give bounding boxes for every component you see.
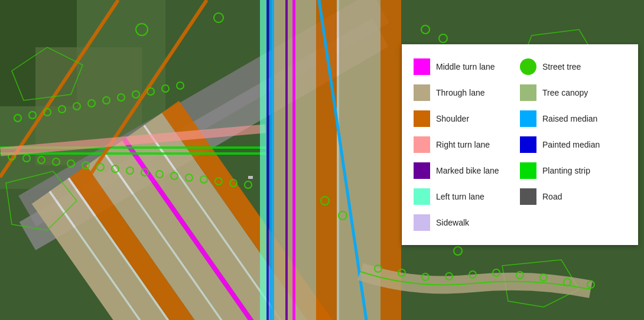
- legend-item-left-turn-lane: Left turn lane: [414, 184, 520, 210]
- legend-grid: Middle turn lane Street tree Through lan…: [414, 54, 626, 236]
- tree-canopy-label: Tree canopy: [542, 88, 588, 97]
- through-lane-label: Through lane: [436, 88, 485, 97]
- legend-item-street-tree: Street tree: [520, 54, 626, 80]
- raised-median-label: Raised median: [542, 114, 597, 123]
- legend-panel: Middle turn lane Street tree Through lan…: [402, 44, 638, 245]
- left-turn-lane-label: Left turn lane: [436, 192, 484, 201]
- planting-strip-swatch: [520, 162, 536, 179]
- svg-rect-19: [272, 0, 292, 320]
- raised-median-swatch: [520, 110, 536, 127]
- tree-canopy-swatch: [520, 84, 536, 101]
- legend-item-sidewalk: Sidewalk: [414, 210, 520, 236]
- street-tree-swatch: [520, 58, 536, 75]
- legend-item-through-lane: Through lane: [414, 80, 520, 106]
- middle-turn-lane-swatch: [414, 58, 430, 75]
- legend-item-road: Road: [520, 184, 626, 210]
- sidewalk-swatch: [414, 214, 430, 231]
- painted-median-label: Painted median: [542, 140, 600, 149]
- marked-bike-lane-label: Marked bike lane: [436, 166, 499, 175]
- legend-item-marked-bike-lane: Marked bike lane: [414, 158, 520, 184]
- painted-median-swatch: [520, 136, 536, 153]
- shoulder-swatch: [414, 110, 430, 127]
- middle-turn-lane-label: Middle turn lane: [436, 62, 495, 71]
- legend-empty-cell: [520, 210, 626, 236]
- street-tree-label: Street tree: [542, 62, 581, 71]
- legend-item-middle-turn-lane: Middle turn lane: [414, 54, 520, 80]
- svg-rect-23: [337, 0, 339, 320]
- legend-item-painted-median: Painted median: [520, 132, 626, 158]
- left-turn-lane-swatch: [414, 188, 430, 205]
- legend-item-raised-median: Raised median: [520, 106, 626, 132]
- right-turn-lane-swatch: [414, 136, 430, 153]
- shoulder-label: Shoulder: [436, 114, 469, 123]
- through-lane-swatch: [414, 84, 430, 101]
- legend-item-shoulder: Shoulder: [414, 106, 520, 132]
- svg-rect-20: [292, 0, 295, 320]
- planting-strip-label: Planting strip: [542, 166, 590, 175]
- marked-bike-lane-swatch: [414, 162, 430, 179]
- road-swatch: [520, 188, 536, 205]
- svg-rect-88: [260, 0, 267, 320]
- right-turn-lane-label: Right turn lane: [436, 140, 490, 149]
- legend-item-planting-strip: Planting strip: [520, 158, 626, 184]
- legend-item-right-turn-lane: Right turn lane: [414, 132, 520, 158]
- road-label: Road: [542, 192, 562, 201]
- sidewalk-label: Sidewalk: [436, 218, 469, 227]
- svg-rect-21: [295, 0, 316, 320]
- legend-item-tree-canopy: Tree canopy: [520, 80, 626, 106]
- svg-rect-87: [248, 176, 253, 179]
